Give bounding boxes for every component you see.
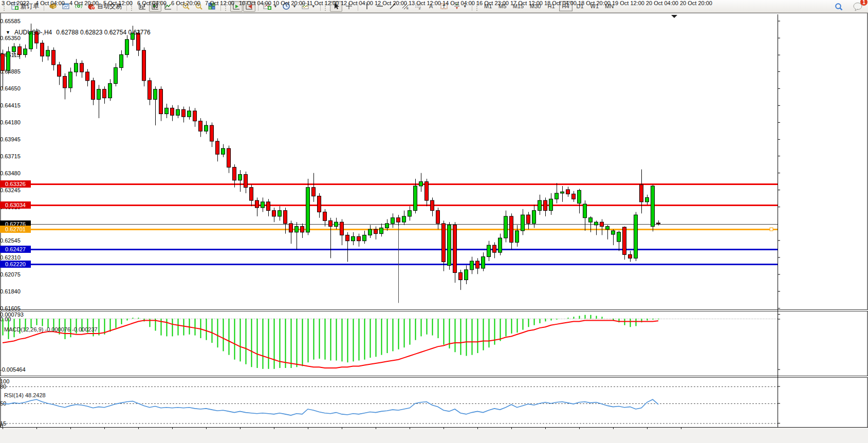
price-level-tag: 0.62701 xyxy=(0,226,31,233)
rsi-line xyxy=(3,399,658,415)
macd-pane xyxy=(0,315,778,369)
chart-shift-marker xyxy=(671,15,677,18)
application-window: 新订单 自动交易 xyxy=(0,0,868,443)
main-price-pane xyxy=(0,24,778,303)
symbol-period-label: AUDUSD-,H4 xyxy=(14,29,52,36)
rsi-indicator-label: RSI(14) 48.2428 xyxy=(4,392,46,398)
rsi-pane xyxy=(0,387,778,424)
chart-title: ▼ AUDUSD-,H4 0.62788 0.62823 0.62754 0.6… xyxy=(6,29,151,36)
price-level-tag: 0.62427 xyxy=(0,246,31,253)
price-level-tag: 0.62220 xyxy=(0,261,31,268)
price-level-tag: 0.63034 xyxy=(0,201,31,209)
ohlc-values: 0.62788 0.62823 0.62754 0.62776 xyxy=(56,29,151,36)
price-level-tag: 0.63326 xyxy=(0,180,31,188)
window-menu-icon[interactable]: ▼ xyxy=(6,30,10,35)
chart-plot[interactable] xyxy=(0,0,868,443)
macd-indicator-label: MACD(12,26,9) -0.000076 -0.000237 xyxy=(4,326,98,333)
